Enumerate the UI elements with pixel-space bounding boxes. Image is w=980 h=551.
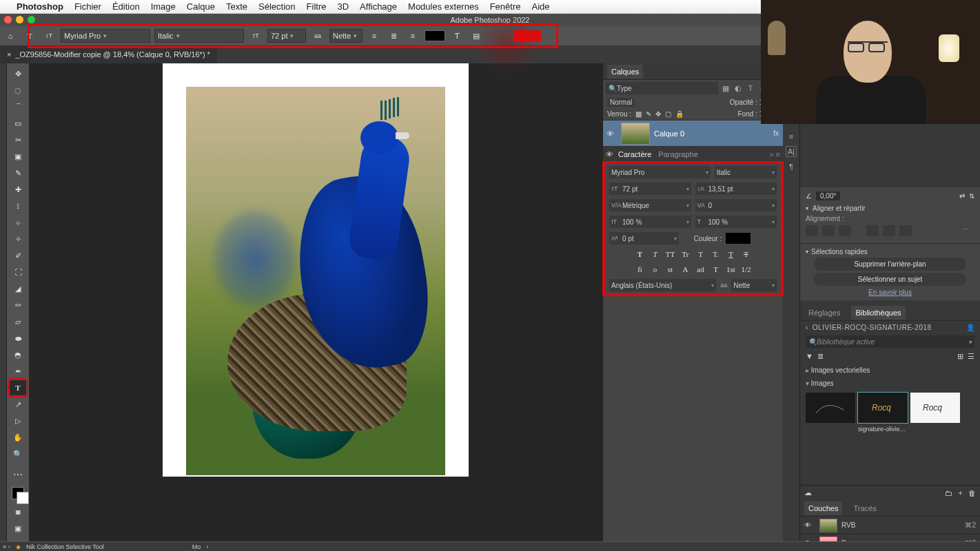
tab-close-icon[interactable]: × — [7, 50, 11, 59]
select-subject-button[interactable]: Sélectionner un sujet — [814, 273, 966, 286]
menu-3d[interactable]: 3D — [337, 1, 349, 12]
align-right-icon[interactable]: ≡ — [405, 28, 420, 43]
frame-tool-icon[interactable]: ▣ — [10, 149, 26, 164]
menu-text[interactable]: Texte — [226, 1, 247, 12]
clone-tool-icon[interactable]: ⟐ — [10, 215, 26, 230]
ruler-tool-icon[interactable]: ⟟ — [10, 198, 26, 214]
char-tracking-field[interactable]: VA0 — [695, 199, 777, 211]
ot-fractions-icon[interactable]: 1/2 — [740, 264, 753, 275]
text-orientation-horizontal-icon[interactable]: T — [22, 28, 37, 43]
ot-discretionary-icon[interactable]: st — [664, 264, 677, 275]
antialias-dropdown[interactable]: Nette — [329, 29, 363, 43]
panel-menu-icon[interactable]: » ≡ — [769, 150, 780, 158]
warp-text-icon[interactable]: Ƭ — [449, 28, 465, 43]
brush-tool-icon[interactable]: ✐ — [10, 248, 26, 263]
home-button[interactable]: ⌂ — [3, 28, 18, 43]
pencil-tool-icon[interactable]: ✏ — [10, 298, 26, 313]
canvas[interactable] — [29, 63, 602, 551]
visibility-toggle-icon[interactable]: 👁 — [606, 150, 618, 158]
blur-tool-icon[interactable]: ⬬ — [10, 331, 26, 346]
add-icon[interactable]: ＋ — [957, 488, 964, 498]
char-font-style-dropdown[interactable]: Italic — [715, 166, 777, 178]
color-swatches[interactable] — [10, 484, 26, 503]
app-name[interactable]: Photoshop — [17, 1, 63, 12]
lock-artboard-icon[interactable]: ▢ — [665, 110, 671, 118]
align-vcenter-icon[interactable] — [883, 225, 895, 236]
char-kerning-field[interactable]: V/AMétrique — [609, 199, 691, 211]
view-grid-icon[interactable]: ⊞ — [957, 352, 963, 361]
type-tool-icon[interactable]: T — [10, 380, 26, 395]
lib-section-vector[interactable]: Images vectorielles — [800, 364, 980, 377]
menu-filter[interactable]: Filtre — [307, 1, 327, 12]
tab-layers[interactable]: Calques — [607, 65, 643, 79]
style-allcaps-icon[interactable]: TT — [664, 249, 677, 260]
layer-name[interactable]: Calque 0 — [654, 129, 684, 138]
rail-icon[interactable]: ≡ — [789, 132, 793, 141]
learn-more-link[interactable]: En savoir plus — [806, 289, 974, 296]
magic-wand-tool-icon[interactable]: ✧ — [10, 231, 26, 247]
character-panel-toggle-icon[interactable]: ▤ — [469, 28, 484, 43]
gradient-tool-icon[interactable]: ▱ — [10, 314, 26, 329]
tab-libraries[interactable]: Bibliothèques — [851, 306, 905, 320]
remove-background-button[interactable]: Supprimer l'arrière-plan — [814, 258, 966, 271]
layer-fx-badge[interactable]: fx — [773, 129, 779, 137]
lock-position-icon[interactable]: ✥ — [655, 110, 661, 118]
channel-row[interactable]: 👁 RVB ⌘2 — [800, 517, 980, 534]
char-size-field[interactable]: тT72 pt — [609, 183, 691, 195]
style-italic-icon[interactable]: T — [649, 249, 662, 260]
document-tab[interactable]: × _OZ95856-Modifier copie @ 18,4% (Calqu… — [0, 45, 217, 63]
minimize-button[interactable] — [16, 16, 23, 23]
layer-thumbnail[interactable] — [621, 123, 650, 145]
library-breadcrumb[interactable]: OLIVIER-ROCQ-SIGNATURE-2018 👤 — [800, 321, 980, 334]
font-style-dropdown[interactable]: Italic — [154, 29, 244, 43]
healing-tool-icon[interactable]: ✚ — [10, 182, 26, 197]
new-group-icon[interactable]: 🗀 — [945, 489, 952, 497]
ot-stylistic-icon[interactable]: ad — [695, 264, 707, 275]
filter-icon[interactable]: ▼ — [806, 352, 813, 361]
quickmask-icon[interactable]: ◙ — [10, 504, 26, 519]
library-thumb[interactable]: Rocq — [910, 393, 960, 423]
layer-row[interactable]: 👁 Calque 0 fx — [603, 121, 783, 147]
layer-filter-dropdown[interactable]: 🔍 Type — [606, 82, 718, 94]
align-left-icon[interactable]: ≡ — [367, 28, 382, 43]
visibility-toggle-icon[interactable]: 👁 — [603, 129, 617, 138]
style-smallcaps-icon[interactable]: Tr — [680, 249, 692, 260]
char-vscale-field[interactable]: IT100 % — [609, 216, 691, 228]
flip-v-icon[interactable]: ⇅ — [969, 192, 974, 200]
tab-adjustments[interactable]: Réglages — [804, 306, 844, 320]
rail-char-icon[interactable]: A| — [786, 146, 797, 157]
menu-image[interactable]: Image — [151, 1, 176, 12]
screenmode-icon[interactable]: ▣ — [10, 521, 26, 536]
text-orientation-toggle-icon[interactable]: ↕T — [41, 28, 57, 43]
status-close-icon[interactable]: × ▫ — [3, 543, 10, 550]
flip-h-icon[interactable]: ⇄ — [959, 192, 965, 200]
library-thumb[interactable] — [806, 393, 855, 423]
ot-ligature-icon[interactable]: fi — [634, 264, 646, 275]
char-antialias-dropdown[interactable]: Nette — [731, 279, 777, 291]
eraser-tool-icon[interactable]: ◢ — [10, 281, 26, 296]
char-color-swatch[interactable] — [726, 233, 751, 244]
tab-paragraph[interactable]: Paragraphe — [658, 150, 698, 158]
menu-layer[interactable]: Calque — [187, 1, 215, 12]
status-chevron-icon[interactable]: › — [206, 543, 208, 550]
filter-pixel-icon[interactable]: ▦ — [721, 83, 731, 93]
menu-edit[interactable]: Édition — [112, 1, 140, 12]
blend-mode-dropdown[interactable]: Normal — [607, 98, 635, 107]
library-thumb[interactable]: Rocqsignature-olivie… — [858, 393, 908, 423]
direct-select-tool-icon[interactable]: ▷ — [10, 413, 26, 428]
edit-toolbar-icon[interactable]: ⋯ — [10, 467, 26, 482]
zoom-button[interactable] — [28, 16, 35, 23]
pen-tool-icon[interactable]: ✒ — [10, 364, 26, 379]
lock-transparency-icon[interactable]: ▩ — [635, 110, 642, 118]
close-button[interactable] — [4, 16, 12, 23]
align-bottom-icon[interactable] — [899, 225, 912, 236]
menu-view[interactable]: Affichage — [360, 1, 397, 12]
ot-contextual-icon[interactable]: o — [649, 264, 662, 275]
lock-all-icon[interactable]: 🔒 — [675, 110, 684, 118]
lock-paint-icon[interactable]: ✎ — [646, 110, 651, 118]
path-tool-icon[interactable]: ↗ — [10, 397, 26, 412]
char-font-family-dropdown[interactable]: Myriad Pro — [609, 166, 711, 178]
char-leading-field[interactable]: ↕A13,51 pt — [695, 183, 777, 195]
stamp-tool-icon[interactable]: ⛶ — [10, 264, 26, 280]
ot-titling-icon[interactable]: T — [710, 264, 722, 275]
